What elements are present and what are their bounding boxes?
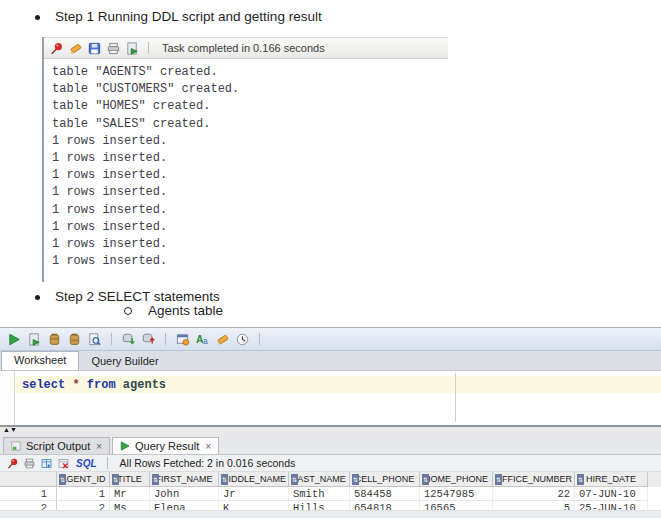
column-sort-icon[interactable]: ⇅: [495, 474, 502, 485]
run-statement-icon[interactable]: [7, 332, 22, 347]
column-header-label: HIRE_DATE: [586, 474, 636, 484]
script-output-panel: Task completed in 0.166 seconds table "A…: [42, 37, 448, 282]
editor-gutter: [0, 371, 15, 425]
pushpin-icon[interactable]: [49, 41, 64, 56]
run-script-icon[interactable]: [125, 41, 140, 56]
tab-label: Query Result: [135, 440, 199, 452]
script-output-line: table "AGENTS" created.: [52, 64, 448, 81]
column-header-label: LAST_NAME: [292, 474, 346, 484]
column-header-label: CELL_PHONE: [355, 474, 415, 484]
column-header-middle_name[interactable]: ⇅MIDDLE_NAME: [219, 472, 289, 487]
sql-history-icon[interactable]: [235, 332, 250, 347]
print-icon[interactable]: [23, 457, 36, 470]
column-sort-icon[interactable]: ⇅: [422, 474, 429, 485]
column-header-agent_id[interactable]: ⇅AGENT_ID: [57, 472, 110, 487]
right-margin-guide: [455, 373, 456, 422]
change-case-icon[interactable]: Aa: [195, 332, 210, 347]
column-header-label: HOME_PHONE: [424, 474, 488, 484]
sql-token: agents: [123, 378, 166, 392]
column-sort-icon[interactable]: ⇅: [59, 474, 66, 485]
tab-worksheet[interactable]: Worksheet: [1, 351, 79, 370]
grid-cell[interactable]: Jr: [219, 487, 289, 501]
svg-text:a: a: [203, 336, 208, 346]
splitter-arrows-icon[interactable]: ▲▼: [3, 425, 17, 434]
column-header-home_phone[interactable]: ⇅HOME_PHONE: [420, 472, 493, 487]
script-output-line: 1 rows inserted.: [52, 219, 448, 236]
script-output-line: 1 rows inserted.: [52, 202, 448, 219]
column-header-label: MIDDLE_NAME: [221, 474, 286, 484]
grid-cell[interactable]: Mr: [110, 487, 150, 501]
column-sort-icon[interactable]: ⇅: [221, 474, 228, 485]
column-sort-icon[interactable]: ⇅: [577, 474, 584, 485]
sql-editor[interactable]: select * from agents: [0, 371, 661, 425]
print-icon[interactable]: [106, 41, 121, 56]
task-status-text: Task completed in 0.166 seconds: [162, 42, 325, 54]
column-header-label: FIRST_NAME: [155, 474, 212, 484]
script-output-line: 1 rows inserted.: [52, 253, 448, 270]
grid-cell[interactable]: 584458: [350, 487, 420, 501]
table-row[interactable]: 11MrJohnJrSmith584458125479852207-JUN-10: [0, 487, 661, 501]
pushpin-icon[interactable]: [6, 457, 19, 470]
grid-cell[interactable]: 22: [493, 487, 575, 501]
close-icon[interactable]: ×: [96, 441, 102, 452]
grid-cell[interactable]: Smith: [289, 487, 350, 501]
close-icon[interactable]: ×: [205, 441, 211, 452]
step2-sub-bullet-row: Agents table: [124, 303, 223, 318]
sql-button[interactable]: SQL: [74, 458, 99, 469]
clear-icon[interactable]: [68, 41, 83, 56]
pane-splitter[interactable]: ▲▼: [0, 425, 661, 435]
tab-query-result[interactable]: Query Result ×: [112, 437, 219, 454]
script-output-line: 1 rows inserted.: [52, 133, 448, 150]
column-header-title[interactable]: ⇅TITLE: [110, 472, 150, 487]
grid-cell[interactable]: 12547985: [420, 487, 493, 501]
column-sort-icon[interactable]: ⇅: [352, 474, 359, 485]
column-sort-icon[interactable]: ⇅: [291, 474, 298, 485]
grid-cell[interactable]: 07-JUN-10: [575, 487, 648, 501]
result-grid-header: ⇅AGENT_ID⇅TITLE⇅FIRST_NAME⇅MIDDLE_NAME⇅L…: [0, 472, 661, 487]
script-output-toolbar: Task completed in 0.166 seconds: [44, 37, 448, 59]
grid-cell[interactable]: 1: [57, 487, 110, 501]
query-result-toolbar: SQL All Rows Fetched: 2 in 0.016 seconds: [0, 455, 661, 472]
query-result-icon: [119, 440, 131, 452]
column-header-last_name[interactable]: ⇅LAST_NAME: [289, 472, 350, 487]
sql-statement[interactable]: select * from agents: [22, 378, 166, 392]
column-header-first_name[interactable]: ⇅FIRST_NAME: [150, 472, 219, 487]
grid-cell[interactable]: John: [150, 487, 219, 501]
window-bottom-strip: [0, 510, 661, 518]
worksheet-tab-bar: Worksheet Query Builder: [0, 351, 661, 371]
autotrace-icon[interactable]: [47, 332, 62, 347]
sql-tuning-icon[interactable]: [87, 332, 102, 347]
agents-table-label: Agents table: [148, 303, 223, 318]
query-result-toolbar-icons: [6, 457, 70, 470]
sqldeveloper-window: Aa Worksheet Query Builder select * from…: [0, 327, 661, 518]
row-number-header: [0, 472, 57, 487]
column-header-cell_phone[interactable]: ⇅CELL_PHONE: [350, 472, 420, 487]
column-sort-icon[interactable]: ⇅: [112, 474, 119, 485]
column-header-hire_date[interactable]: ⇅HIRE_DATE: [575, 472, 648, 487]
rollback-icon[interactable]: [141, 332, 156, 347]
step2-bullet-row: Step 2 SELECT statements: [35, 289, 220, 304]
toolbar-separator: [107, 457, 108, 469]
delete-grid-icon[interactable]: [57, 457, 70, 470]
script-output-toolbar-icons: [49, 41, 140, 56]
tab-query-builder[interactable]: Query Builder: [79, 353, 170, 370]
toolbar-separator: [259, 333, 260, 345]
clear-icon[interactable]: [215, 332, 230, 347]
column-header-office_number[interactable]: ⇅OFFICE_NUMBER: [493, 472, 575, 487]
bullet-dot: [35, 15, 40, 20]
bullet-dot: [35, 295, 40, 300]
row-number-cell[interactable]: 1: [0, 487, 57, 501]
unshared-worksheet-icon[interactable]: [175, 332, 190, 347]
toolbar-separator: [111, 333, 112, 345]
tab-script-output[interactable]: Script Output ×: [3, 437, 110, 454]
save-icon[interactable]: [87, 41, 102, 56]
explain-plan-icon[interactable]: [67, 332, 82, 347]
column-header-label: TITLE: [117, 474, 142, 484]
commit-icon[interactable]: [121, 332, 136, 347]
step2-label: Step 2 SELECT statements: [55, 289, 220, 304]
column-sort-icon[interactable]: ⇅: [152, 474, 159, 485]
script-output-line: table "SALES" created.: [52, 116, 448, 133]
run-script-icon[interactable]: [27, 332, 42, 347]
script-output-lines: table "AGENTS" created.table "CUSTOMERS"…: [44, 59, 448, 270]
fetch-all-icon[interactable]: [40, 457, 53, 470]
